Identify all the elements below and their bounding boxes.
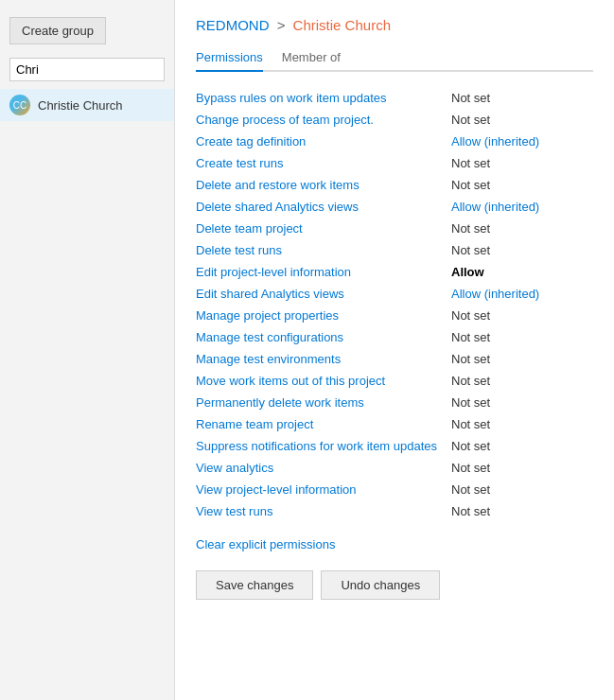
tab-permissions[interactable]: Permissions [196, 44, 263, 72]
permission-name[interactable]: Edit project-level information [196, 265, 451, 279]
table-row: Delete test runsNot set [196, 239, 593, 261]
permission-value: Not set [451, 221, 593, 236]
permission-name[interactable]: Permanently delete work items [196, 395, 451, 410]
permission-value: Not set [451, 156, 593, 170]
permission-value: Not set [451, 461, 593, 475]
breadcrumb-parent: REDMOND [196, 17, 270, 33]
undo-button[interactable]: Undo changes [321, 570, 440, 600]
permission-name[interactable]: Delete team project [196, 221, 451, 236]
table-row: View project-level informationNot set [196, 479, 593, 500]
permission-value: Not set [451, 113, 593, 127]
breadcrumb-current: Christie Church [293, 17, 391, 33]
permission-value: Not set [451, 352, 593, 366]
permission-name[interactable]: Rename team project [196, 417, 451, 431]
breadcrumb: REDMOND > Christie Church [196, 17, 593, 33]
table-row: Rename team projectNot set [196, 413, 593, 435]
permission-value: Not set [451, 439, 593, 453]
table-row: Delete team projectNot set [196, 218, 593, 239]
tabs: Permissions Member of [196, 44, 593, 72]
sidebar-item-christie[interactable]: CC Christie Church [0, 89, 174, 121]
table-row: Delete shared Analytics viewsAllow (inhe… [196, 196, 593, 218]
permission-name[interactable]: View analytics [196, 461, 451, 475]
table-row: Bypass rules on work item updatesNot set [196, 87, 593, 109]
permission-value: Not set [451, 482, 593, 497]
permission-name[interactable]: Delete and restore work items [196, 178, 451, 192]
search-box [9, 58, 165, 81]
permission-name[interactable]: Manage test configurations [196, 330, 451, 344]
table-row: Move work items out of this projectNot s… [196, 370, 593, 392]
permission-value: Not set [451, 178, 593, 192]
permission-value: Not set [451, 243, 593, 257]
permission-value: Not set [451, 330, 593, 344]
permission-name[interactable]: Bypass rules on work item updates [196, 91, 451, 105]
tab-member-of[interactable]: Member of [282, 44, 341, 72]
permission-name[interactable]: Delete test runs [196, 243, 451, 257]
permission-name[interactable]: Create tag definition [196, 134, 451, 149]
permission-value: Allow [451, 265, 593, 279]
table-row: Create test runsNot set [196, 152, 593, 174]
search-input[interactable] [9, 58, 165, 81]
sidebar: Create group CC Christie Church [0, 0, 175, 700]
table-row: View test runsNot set [196, 500, 593, 522]
permission-name[interactable]: Create test runs [196, 156, 451, 170]
main-content: REDMOND > Christie Church Permissions Me… [175, 0, 614, 700]
permission-value: Not set [451, 308, 593, 323]
table-row: Manage project propertiesNot set [196, 305, 593, 326]
permission-value: Not set [451, 504, 593, 518]
permission-name[interactable]: Delete shared Analytics views [196, 200, 451, 214]
permission-name[interactable]: Manage test environments [196, 352, 451, 366]
table-row: Edit shared Analytics viewsAllow (inheri… [196, 283, 593, 305]
permission-value: Not set [451, 395, 593, 410]
permissions-list: Bypass rules on work item updatesNot set… [196, 87, 593, 522]
actions-bar: Save changes Undo changes [196, 570, 593, 600]
table-row: Delete and restore work itemsNot set [196, 174, 593, 196]
avatar: CC [9, 95, 30, 115]
permission-name[interactable]: View test runs [196, 504, 451, 518]
clear-permissions-link[interactable]: Clear explicit permissions [196, 537, 335, 551]
breadcrumb-separator: > [277, 17, 286, 33]
table-row: Edit project-level informationAllow [196, 261, 593, 283]
save-button[interactable]: Save changes [196, 570, 313, 600]
table-row: View analyticsNot set [196, 457, 593, 479]
permission-value: Not set [451, 91, 593, 105]
permission-value: Allow (inherited) [451, 287, 593, 301]
permission-value: Allow (inherited) [451, 134, 593, 149]
permission-name[interactable]: Edit shared Analytics views [196, 287, 451, 301]
sidebar-item-label: Christie Church [38, 98, 123, 113]
permission-name[interactable]: Manage project properties [196, 308, 451, 323]
table-row: Permanently delete work itemsNot set [196, 392, 593, 413]
table-row: Create tag definitionAllow (inherited) [196, 131, 593, 152]
permission-name[interactable]: Suppress notifications for work item upd… [196, 439, 451, 453]
permission-value: Not set [451, 417, 593, 431]
permission-value: Allow (inherited) [451, 200, 593, 214]
table-row: Manage test environmentsNot set [196, 348, 593, 370]
table-row: Suppress notifications for work item upd… [196, 435, 593, 457]
table-row: Manage test configurationsNot set [196, 326, 593, 348]
permission-name[interactable]: Move work items out of this project [196, 374, 451, 388]
permission-name[interactable]: View project-level information [196, 482, 451, 497]
permission-name[interactable]: Change process of team project. [196, 113, 451, 127]
create-group-button[interactable]: Create group [9, 17, 106, 44]
table-row: Change process of team project.Not set [196, 109, 593, 131]
permission-value: Not set [451, 374, 593, 388]
